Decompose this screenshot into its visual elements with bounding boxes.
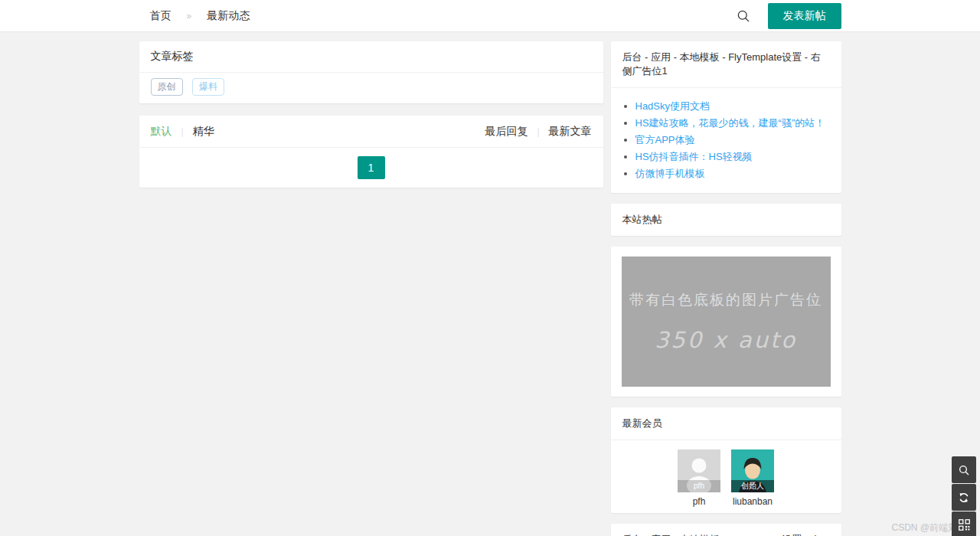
sidebar-ad-image-card: 带有白色底板的图片广告位 350 x auto (611, 247, 841, 397)
post-new-thread-button[interactable]: 发表新帖 (768, 3, 841, 29)
ad-image-size-label: 350 x auto (655, 327, 797, 353)
sidebar-ad1-title: 后台 - 应用 - 本地模板 - FlyTemplate设置 - 右侧广告位1 (611, 41, 841, 88)
thread-list-card: 默认 | 精华 最后回复 | 最新文章 1 (139, 116, 603, 188)
link-hadsky-docs[interactable]: HadSky使用文档 (635, 100, 710, 112)
link-official-app[interactable]: 官方APP体验 (635, 134, 695, 145)
avatar[interactable]: pfh (678, 449, 720, 492)
list-item: HS仿抖音插件：HS轻视频 (635, 150, 830, 163)
toolbar-search-button[interactable] (952, 456, 976, 483)
article-tags-title: 文章标签 (139, 41, 603, 73)
sidebar-ad3-card: 后台 - 应用 - 本地模板 - FlyTemplate设置 - 右侧广告位3 … (611, 524, 841, 536)
sidebar-column: 后台 - 应用 - 本地模板 - FlyTemplate设置 - 右侧广告位1 … (611, 41, 841, 536)
member-liubanban: 创始人 liubanban (731, 449, 774, 507)
ad-image-placeholder[interactable]: 带有白色底板的图片广告位 350 x auto (622, 257, 831, 387)
avatar[interactable]: 创始人 (731, 449, 774, 492)
list-item: 仿微博手机模板 (635, 167, 830, 180)
main-column: 文章标签 原创 爆料 默认 | 精华 最后回复 | 最新文章 1 (139, 41, 603, 536)
hot-posts-title: 本站热帖 (611, 204, 841, 236)
sort-latest-article[interactable]: 最新文章 (549, 125, 592, 139)
sidebar-ad1-links: HadSky使用文档 HS建站攻略，花最少的钱，建最“骚”的站！ 官方APP体验… (611, 88, 841, 193)
search-icon[interactable] (736, 8, 751, 24)
breadcrumb-separator: » (182, 11, 197, 21)
list-item: HS建站攻略，花最少的钱，建最“骚”的站！ (635, 116, 830, 129)
sidebar-ad3-title: 后台 - 应用 - 本地模板 - FlyTemplate设置 - 右侧广告位3 (611, 524, 841, 536)
sort-last-reply[interactable]: 最后回复 (485, 125, 528, 139)
latest-members-title: 最新会员 (611, 407, 841, 440)
link-weibo-template[interactable]: 仿微博手机模板 (635, 168, 705, 179)
nav-item-home[interactable]: 首页 (139, 9, 182, 23)
article-tags-card: 文章标签 原创 爆料 (139, 41, 603, 103)
sidebar-ad1-card: 后台 - 应用 - 本地模板 - FlyTemplate设置 - 右侧广告位1 … (611, 41, 841, 193)
member-name: liubanban (731, 496, 774, 507)
page-container: 文章标签 原创 爆料 默认 | 精华 最后回复 | 最新文章 1 (139, 32, 841, 536)
ad-image-caption: 带有白色底板的图片广告位 (629, 290, 822, 310)
refresh-icon (958, 492, 970, 504)
sort-divider: | (537, 126, 539, 137)
list-item: 官方APP体验 (635, 133, 830, 146)
pagination-page-1[interactable]: 1 (358, 156, 385, 179)
top-navbar: 首页 » 最新动态 发表新帖 (0, 0, 980, 32)
link-hs-guide[interactable]: HS建站攻略，花最少的钱，建最“骚”的站！ (635, 117, 825, 129)
tab-divider: | (181, 126, 184, 137)
tab-default[interactable]: 默认 (151, 125, 172, 139)
member-pfh: pfh pfh (678, 449, 720, 507)
nav-item-latest[interactable]: 最新动态 (196, 9, 260, 23)
member-name: pfh (678, 496, 720, 507)
tag-original[interactable]: 原创 (151, 78, 183, 96)
link-douyin-plugin[interactable]: HS仿抖音插件：HS轻视频 (635, 151, 753, 162)
latest-members-card: 最新会员 pfh pfh (611, 407, 841, 513)
list-item: HadSky使用文档 (635, 100, 830, 113)
floating-toolbar (952, 456, 976, 536)
member-badge: 创始人 (731, 480, 774, 492)
tag-scoop[interactable]: 爆料 (192, 78, 224, 96)
qrcode-icon (959, 519, 970, 531)
search-icon (958, 464, 970, 476)
hot-posts-card: 本站热帖 (611, 204, 841, 236)
tab-digest[interactable]: 精华 (193, 125, 214, 139)
toolbar-refresh-button[interactable] (952, 484, 976, 511)
member-badge: pfh (678, 480, 720, 492)
toolbar-qrcode-button[interactable] (952, 511, 976, 536)
